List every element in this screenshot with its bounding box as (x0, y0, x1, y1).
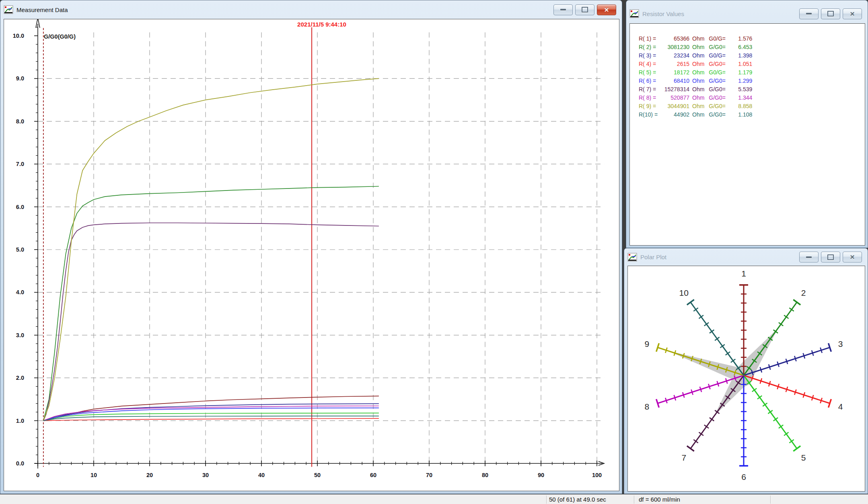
status-divider (634, 496, 635, 504)
resistor-row: R( 5) =18172OhmG0/G=1.179 (639, 68, 865, 76)
svg-text:2.0: 2.0 (16, 375, 24, 381)
svg-text:6.0: 6.0 (16, 204, 24, 210)
polar-axis-label-3: 3 (838, 339, 843, 348)
resistor-runit: Ohm (689, 103, 704, 109)
svg-text:3.0: 3.0 (16, 332, 24, 338)
window-controls: ✕ (553, 4, 616, 15)
resistor-runit: Ohm (689, 35, 704, 42)
resistor-row: R(10) =44902OhmG/G0=1.108 (639, 110, 865, 119)
resistor-ratlabel: G/G0= (704, 86, 729, 92)
status-progress: 50 (of 61) at 49.0 sec (549, 496, 606, 503)
maximize-icon (582, 7, 588, 12)
resistor-runit: Ohm (689, 69, 704, 76)
resistor-rvalue: 3044901 (659, 103, 689, 109)
series-R4 (43, 418, 379, 420)
svg-text:40: 40 (258, 472, 265, 478)
polar-axis-label-2: 2 (801, 288, 806, 297)
mini-chart-icon (4, 5, 13, 14)
polar-axis-label-8: 8 (645, 402, 650, 411)
resistor-rlabel: R( 9) = (639, 103, 659, 109)
status-bar: 50 (of 61) at 49.0 sec df = 600 ml/min (0, 494, 868, 504)
mini-chart-icon (629, 9, 639, 18)
mini-chart-icon (627, 253, 637, 262)
polar-axis-7 (687, 375, 744, 451)
close-button[interactable]: ✕ (843, 8, 862, 19)
resistor-ratlabel: G0/G= (704, 52, 729, 59)
resistor-row: R( 9) =3044901OhmG/G0=8.858 (639, 102, 865, 110)
axis-tick-labels: 0.01.02.03.04.05.06.07.08.09.010.0010203… (13, 33, 602, 478)
close-icon: ✕ (604, 7, 609, 13)
resistor-rlabel: R( 2) = (639, 44, 659, 50)
minimize-icon (806, 13, 812, 14)
axes (34, 19, 604, 469)
resistor-rlabel: R(10) = (639, 111, 659, 118)
svg-text:9.0: 9.0 (16, 75, 24, 82)
resistor-row: R( 8) =520877OhmG/G0=1.344 (639, 93, 865, 102)
resistor-ratlabel: G/G0= (704, 61, 729, 67)
resistor-ratvalue: 1.576 (729, 35, 752, 42)
resistor-ratvalue: 6.453 (729, 44, 752, 50)
status-divider (770, 496, 771, 504)
measurement-titlebar[interactable]: Measurement Data ✕ (0, 0, 622, 19)
minimize-button[interactable] (799, 252, 819, 262)
minimize-button[interactable] (799, 8, 819, 19)
window-title: Measurement Data (16, 6, 68, 13)
svg-text:7.0: 7.0 (16, 161, 24, 167)
resistor-row: R( 4) =2615OhmG/G0=1.051 (639, 59, 865, 68)
close-icon: ✕ (850, 11, 855, 17)
maximize-icon (827, 254, 834, 260)
polar-titlebar[interactable]: Polar Plot ✕ (624, 248, 868, 266)
minimize-button[interactable] (553, 4, 573, 15)
resistor-rvalue: 18172 (659, 69, 689, 76)
close-icon: ✕ (850, 254, 855, 260)
resistor-rvalue: 68410 (659, 78, 689, 84)
resistor-rlabel: R( 4) = (639, 61, 659, 67)
close-button[interactable]: ✕ (843, 252, 862, 262)
resistor-ratvalue: 1.344 (729, 94, 752, 101)
resistor-rvalue: 520877 (659, 94, 689, 101)
resistor-rvalue: 44902 (659, 111, 689, 118)
resistor-rlabel: R( 1) = (639, 35, 659, 42)
svg-text:10: 10 (91, 472, 97, 478)
svg-text:30: 30 (202, 472, 209, 478)
resistor-list: R( 1) =65366OhmG0/G=1.576R( 2) =3081230O… (630, 24, 865, 119)
resistor-rlabel: R( 3) = (639, 52, 659, 59)
minimize-icon (560, 9, 566, 10)
svg-text:4.0: 4.0 (16, 289, 24, 295)
resistor-ratvalue: 1.108 (729, 111, 752, 118)
polar-plot-area[interactable]: 12345678910 (627, 266, 865, 492)
svg-text:80: 80 (482, 472, 488, 478)
resistor-ratvalue: 1.051 (729, 61, 752, 67)
resistor-ratlabel: G0/G= (704, 69, 729, 76)
resistors-titlebar[interactable]: Resistor Values ✕ (626, 0, 868, 23)
svg-text:0: 0 (36, 472, 39, 478)
maximize-button[interactable] (821, 252, 840, 262)
resistor-rvalue: 3081230 (659, 44, 689, 50)
resistor-row: R( 1) =65366OhmG0/G=1.576 (639, 34, 865, 43)
maximize-button[interactable] (821, 8, 840, 19)
polar-plot-canvas[interactable]: 12345678910 (628, 266, 865, 491)
svg-text:90: 90 (538, 472, 544, 478)
status-divider (546, 496, 547, 504)
polar-axis-label-10: 10 (679, 288, 689, 297)
svg-text:1.0: 1.0 (16, 418, 24, 424)
svg-text:5.0: 5.0 (16, 246, 24, 253)
resistor-rlabel: R( 5) = (639, 69, 659, 76)
svg-text:50: 50 (314, 472, 321, 478)
minimize-icon (806, 256, 812, 258)
measurement-chart-canvas[interactable]: G/G0(G0/G) 0.01.02.03.04.05.06.07.08.09.… (4, 19, 619, 491)
resistor-rlabel: R( 8) = (639, 94, 659, 101)
maximize-button[interactable] (575, 4, 594, 15)
measurement-chart-area[interactable]: G/G0(G0/G) 0.01.02.03.04.05.06.07.08.09.… (4, 19, 619, 491)
resistor-ratvalue: 1.179 (729, 69, 752, 76)
polar-axis-label-6: 6 (741, 472, 746, 481)
polar-axis-5 (744, 375, 800, 451)
resistor-ratvalue: 1.299 (729, 78, 752, 84)
close-button[interactable]: ✕ (597, 4, 616, 15)
y-axis-title: G/G0(G0/G) (44, 33, 76, 40)
svg-text:0.0: 0.0 (16, 460, 24, 467)
window-title: Polar Plot (640, 254, 666, 260)
resistor-row: R( 6) =68410OhmG/G0=1.299 (639, 76, 865, 85)
svg-text:100: 100 (592, 472, 602, 478)
polar-axis-4 (744, 375, 831, 408)
